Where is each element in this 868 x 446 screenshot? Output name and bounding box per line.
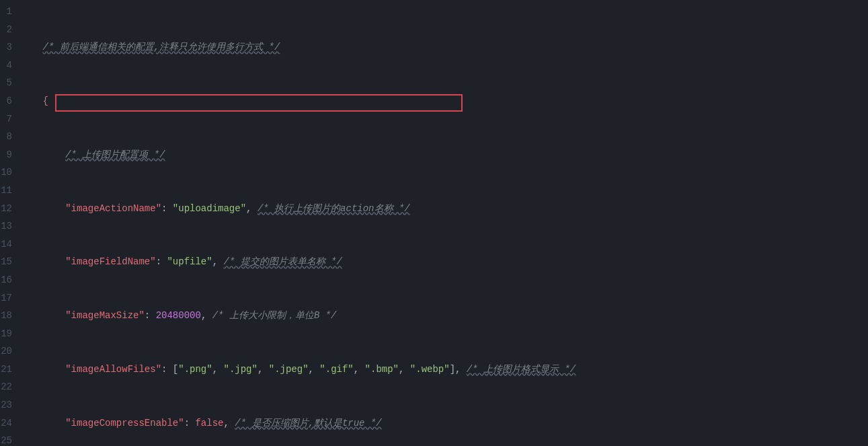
code-line[interactable]: /* 前后端通信相关的配置,注释只允许使用多行方式 */ <box>20 38 868 57</box>
json-key: "imageActionName" <box>65 203 161 214</box>
json-value: "uploadimage" <box>173 203 246 214</box>
code-comment: /* 上传大小限制，单位B */ <box>212 310 337 321</box>
line-number: 16 <box>0 271 12 289</box>
code-line[interactable]: { <box>20 92 868 110</box>
line-number: 10 <box>0 163 12 182</box>
line-number: 6 <box>0 92 12 110</box>
line-number: 24 <box>0 414 12 433</box>
code-line[interactable]: /* 上传图片配置项 */ <box>20 146 868 164</box>
line-number: 8 <box>0 128 12 146</box>
array-item: ".png" <box>178 364 212 375</box>
code-line[interactable]: "imageCompressEnable": false, /* 是否压缩图片,… <box>20 414 868 433</box>
line-number: 15 <box>0 253 12 271</box>
line-number: 4 <box>0 57 12 75</box>
code-line-highlighted[interactable]: "imageMaxSize": 20480000, /* 上传大小限制，单位B … <box>20 307 868 325</box>
array-item: ".gif" <box>319 364 353 375</box>
code-editor[interactable]: 1 2 3 4 5 6 7 8 9 10 11 12 13 14 15 16 1… <box>0 0 868 446</box>
json-key: "imageCompressEnable" <box>65 418 184 429</box>
line-number: 21 <box>0 361 12 379</box>
code-comment: /* 提交的图片表单名称 */ <box>223 256 342 267</box>
code-comment: /* 上传图片配置项 */ <box>65 149 165 160</box>
line-number: 25 <box>0 432 12 446</box>
line-number: 22 <box>0 378 12 396</box>
line-number: 7 <box>0 110 12 128</box>
code-line[interactable]: "imageFieldName": "upfile", /* 提交的图片表单名称… <box>20 253 868 271</box>
line-number: 14 <box>0 235 12 254</box>
code-area[interactable]: /* 前后端通信相关的配置,注释只允许使用多行方式 */ { /* 上传图片配置… <box>20 3 868 446</box>
line-number: 1 <box>0 3 12 21</box>
line-number: 23 <box>0 396 12 414</box>
code-comment: /* 执行上传图片的action名称 */ <box>258 203 410 214</box>
line-number: 12 <box>0 200 12 218</box>
code-comment: /* 上传图片格式显示 */ <box>467 364 576 375</box>
code-comment: /* 前后端通信相关的配置,注释只允许使用多行方式 */ <box>43 42 280 52</box>
line-number: 5 <box>0 74 12 92</box>
code-line[interactable]: "imageAllowFiles": [".png", ".jpg", ".jp… <box>20 361 868 379</box>
array-item: ".webp" <box>410 364 450 375</box>
json-value: false <box>195 418 223 429</box>
array-item: ".bmp" <box>365 364 399 375</box>
line-number: 9 <box>0 146 12 164</box>
line-number: 19 <box>0 325 12 343</box>
json-value: "upfile" <box>167 256 212 267</box>
line-number: 2 <box>0 21 12 39</box>
json-key: "imageMaxSize" <box>65 310 145 321</box>
json-key: "imageAllowFiles" <box>65 364 161 375</box>
line-number: 17 <box>0 289 12 307</box>
array-item: ".jpeg" <box>269 364 309 375</box>
code-line[interactable]: "imageActionName": "uploadimage", /* 执行上… <box>20 200 868 218</box>
array-item: ".jpg" <box>224 364 258 375</box>
line-number: 18 <box>0 307 12 325</box>
code-comment: /* 是否压缩图片,默认是true */ <box>235 418 381 429</box>
code-brace: { <box>43 96 48 106</box>
line-numbers-gutter: 1 2 3 4 5 6 7 8 9 10 11 12 13 14 15 16 1… <box>0 3 20 446</box>
line-number: 11 <box>0 182 12 200</box>
line-number: 13 <box>0 217 12 235</box>
json-value: 20480000 <box>156 310 201 321</box>
line-number: 20 <box>0 342 12 361</box>
line-number: 3 <box>0 38 12 57</box>
json-key: "imageFieldName" <box>65 256 155 267</box>
